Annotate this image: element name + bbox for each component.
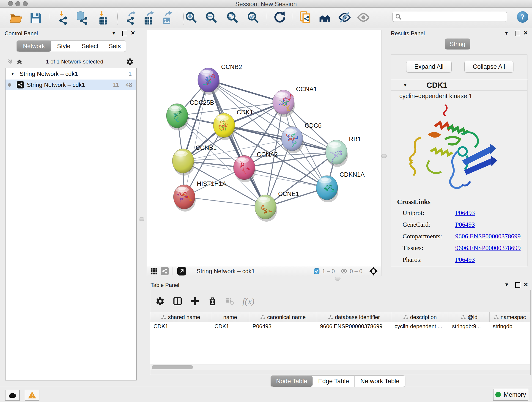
tab-string[interactable]: String [445,38,470,50]
import-table-button[interactable] [95,11,109,25]
cell-namespace[interactable]: stringdb [490,322,530,331]
toolbar-search-input[interactable] [393,12,507,22]
network-node-CDKN1A[interactable]: CDKN1A [316,171,365,202]
open-session-button[interactable] [9,11,22,25]
first-neighbors-button[interactable] [318,11,332,25]
column-header[interactable]: database identifier [317,312,391,322]
network-type-icon [17,81,24,89]
zoom-in-button[interactable] [185,11,198,25]
gene-header-row[interactable]: ▼ CDK1 [391,80,527,91]
close-panel-icon[interactable]: ✕ [524,281,528,288]
help-button[interactable]: ? [517,11,528,23]
export-image-button[interactable] [160,11,174,25]
expand-all-icon[interactable] [16,58,23,65]
close-panel-icon[interactable]: ✕ [131,30,135,36]
tree-caret-icon[interactable]: ▼ [403,83,407,88]
column-header[interactable]: @id [449,312,490,322]
hide-selected-button[interactable] [338,11,352,25]
tab-select[interactable]: Select [76,41,104,51]
tab-edge-table[interactable]: Edge Table [313,376,355,387]
apply-layout-button[interactable] [273,11,287,25]
detach-view-button[interactable] [177,267,186,275]
save-session-button[interactable] [29,11,43,25]
cell-description[interactable]: cyclin-dependent ... [391,322,449,331]
network-node-HIST1H1A[interactable]: HIST1H1A [173,180,226,211]
show-columns-icon[interactable] [173,296,182,306]
network-icon-badge[interactable] [161,267,169,275]
gear-icon[interactable] [126,58,134,65]
delete-column-icon[interactable] [208,296,217,306]
node-label-CCNA1: CCNA1 [296,86,317,93]
network-node-CCNE1[interactable]: CCNE1 [255,191,299,222]
gene-symbol: CDK1 [427,81,447,89]
network-node-CDC6[interactable]: CDC6 [281,122,322,153]
column-header[interactable]: namespac [490,312,530,322]
add-column-icon[interactable] [190,296,200,306]
column-header[interactable]: description [391,312,449,322]
warning-icon [28,391,36,400]
tab-style[interactable]: Style [51,41,76,51]
right-splitter-handle[interactable] [381,154,387,158]
zoom-selected-button[interactable] [247,11,260,25]
collapse-panel-icon[interactable]: ▾ [505,281,508,288]
float-panel-icon[interactable] [515,31,520,36]
collapse-panel-icon[interactable]: ▾ [112,29,115,36]
column-header[interactable]: name [211,312,249,322]
search-icon [395,13,402,20]
network-node-CCNA1[interactable]: CCNA1 [273,86,317,117]
tab-network-table[interactable]: Network Table [355,376,405,387]
float-panel-icon[interactable] [515,282,520,288]
crosslink-value[interactable]: 9606.ENSP00000378699 [455,244,520,251]
scrollbar-thumb[interactable] [152,365,193,369]
selected-checkbox-icon[interactable] [313,268,320,274]
import-network-from-database-button[interactable] [75,11,88,25]
left-splitter-handle[interactable] [139,217,144,221]
cloud-services-button[interactable] [5,390,20,401]
network-collection-row[interactable]: ▼ String Network – cdk1 1 [6,68,136,80]
close-panel-icon[interactable]: ✕ [523,30,528,36]
column-header[interactable]: canonical name [249,312,317,322]
string-network-graph[interactable]: CCNB2CCNA1CDC25BCDK1CDC6RB1CCNB1CCNA2CDK… [147,30,381,266]
crosslink-value[interactable]: 9606.ENSP00000378699 [455,233,520,240]
warnings-button[interactable] [25,390,39,401]
zoom-fit-button[interactable] [226,11,240,25]
crosslink-value[interactable]: P06493 [455,209,475,216]
tree-caret-icon[interactable]: ▼ [11,71,15,76]
collapse-all-button[interactable]: Collapse All [464,61,513,73]
cell-id[interactable]: stringdb:9... [449,322,490,331]
export-table-button[interactable] [142,11,156,25]
export-network-button[interactable] [124,11,138,25]
table-gear-icon[interactable] [155,296,165,306]
expand-all-button[interactable]: Expand All [406,61,452,73]
birdseye-view-icon[interactable] [369,267,378,276]
crosslink-value[interactable]: P06493 [455,221,475,228]
grid-view-icon[interactable] [150,267,158,275]
memory-button[interactable]: Memory [493,389,528,401]
float-panel-icon[interactable] [122,31,127,36]
hidden-eye-slash-icon[interactable] [341,268,347,274]
network-node-RB1[interactable]: RB1 [326,136,361,167]
import-network-button[interactable] [56,11,69,25]
cell-name[interactable]: CDK1 [211,322,249,331]
network-view-canvas[interactable]: CCNB2CCNA1CDC25BCDK1CDC6RB1CCNB1CCNA2CDK… [147,30,381,266]
clone-network-button[interactable] [299,11,312,25]
column-header[interactable]: shared name [150,312,211,322]
cell-shared-name[interactable]: CDK1 [150,322,211,331]
cell-database-identifier[interactable]: 9606.ENSP00000378699 [317,322,391,331]
show-all-button[interactable] [357,11,371,25]
delete-table-icon[interactable] [225,297,234,306]
cell-canonical-name[interactable]: P06493 [249,322,317,331]
collapse-panel-icon[interactable]: ▾ [505,29,508,36]
network-row[interactable]: String Network – cdk1 11 48 [6,80,136,90]
table-row[interactable]: CDK1 CDK1 P06493 9606.ENSP00000378699 cy… [150,322,530,331]
crosslink-value[interactable]: P06493 [455,256,475,263]
zoom-out-button[interactable] [205,11,219,25]
houses-icon [318,11,331,24]
collapse-all-icon[interactable] [7,58,14,65]
table-scrollbar[interactable] [150,364,530,370]
tab-network[interactable]: Network [17,41,51,51]
tab-node-table[interactable]: Node Table [271,376,313,387]
tab-sets[interactable]: Sets [104,41,126,51]
bottom-splitter-handle[interactable] [335,277,341,281]
function-builder-icon[interactable]: f(x) [242,296,254,306]
